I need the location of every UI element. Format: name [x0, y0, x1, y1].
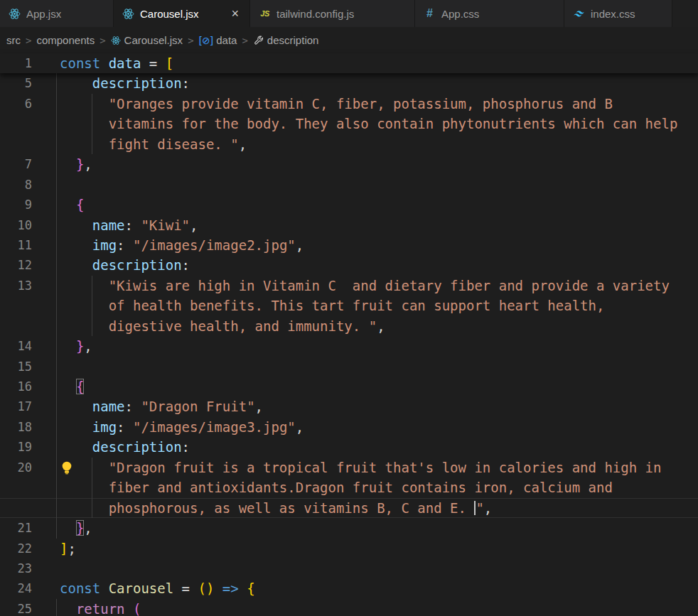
line-number[interactable]: 6: [0, 94, 44, 114]
code-line[interactable]: 12 description:: [0, 255, 698, 275]
code-text[interactable]: img: "/images/image3.jpg",: [44, 417, 698, 437]
line-number[interactable]: 8: [0, 175, 44, 195]
code-text[interactable]: "Kiwis are high in Vitamin C and dietary…: [44, 276, 698, 296]
code-line[interactable]: of health benefits. This tart fruit can …: [0, 296, 698, 315]
code-text[interactable]: description:: [44, 255, 698, 275]
code-line[interactable]: fight disease. ",: [0, 134, 698, 154]
line-number[interactable]: [0, 316, 44, 336]
code-line[interactable]: phosphorous, as well as vitamins B, C an…: [0, 498, 698, 518]
breadcrumb-item-carousel-jsx[interactable]: Carousel.jsx: [111, 34, 183, 46]
line-number[interactable]: 9: [0, 195, 44, 215]
code-text[interactable]: },: [44, 154, 698, 174]
code-text[interactable]: const Carousel = () => {: [44, 578, 698, 598]
code-text[interactable]: "Dragon fruit is a tropical fruit that's…: [44, 458, 698, 477]
code-line[interactable]: 19 description:: [0, 437, 698, 457]
code-line[interactable]: 14 },: [0, 336, 698, 356]
line-number[interactable]: [0, 134, 44, 154]
code-text[interactable]: "Oranges provide vitamin C, fiber, potas…: [44, 94, 698, 114]
line-number[interactable]: [0, 477, 44, 497]
line-number[interactable]: 15: [0, 357, 44, 377]
code-line[interactable]: 13 "Kiwis are high in Vitamin C and diet…: [0, 276, 698, 296]
line-number[interactable]: 16: [0, 377, 44, 396]
code-text[interactable]: {: [44, 377, 698, 396]
code-text[interactable]: fiber and antioxidants.Dragon fruit cont…: [44, 477, 698, 497]
breadcrumb-item-description[interactable]: description: [253, 34, 319, 46]
tab-carousel-jsx[interactable]: Carousel.jsx×: [114, 0, 250, 27]
lightbulb-icon[interactable]: [60, 460, 73, 475]
line-number[interactable]: 1: [0, 53, 44, 73]
code-text[interactable]: return (: [44, 599, 698, 616]
code-line[interactable]: 23: [0, 558, 698, 578]
line-number[interactable]: 13: [0, 276, 44, 296]
code-text[interactable]: phosphorous, as well as vitamins B, C an…: [44, 498, 698, 518]
sticky-scroll-line[interactable]: 1const data = [: [0, 53, 698, 73]
code-text[interactable]: description:: [44, 73, 698, 93]
code-text[interactable]: name: "Dragon Fruit",: [44, 396, 698, 416]
code-text[interactable]: vitamins for the body. They also contain…: [44, 114, 698, 134]
code-text[interactable]: fight disease. ",: [44, 134, 698, 154]
tab-tailwind-config-js[interactable]: JStailwind.config.js: [250, 0, 415, 27]
code-text[interactable]: digestive health, and immunity. ",: [44, 316, 698, 336]
code-line[interactable]: 24const Carousel = () => {: [0, 578, 698, 598]
code-editor[interactable]: 1const data = [5 description:6 "Oranges …: [0, 53, 698, 616]
code-line[interactable]: vitamins for the body. They also contain…: [0, 114, 698, 134]
code-line[interactable]: fiber and antioxidants.Dragon fruit cont…: [0, 477, 698, 497]
code-line[interactable]: 5 description:: [0, 73, 698, 93]
code-line[interactable]: digestive health, and immunity. ",: [0, 316, 698, 336]
code-line[interactable]: 21 },: [0, 518, 698, 538]
tab-app-jsx[interactable]: App.jsx: [0, 0, 114, 27]
line-number[interactable]: 10: [0, 215, 44, 235]
line-number[interactable]: 18: [0, 417, 44, 437]
line-number[interactable]: 7: [0, 154, 44, 174]
code-text[interactable]: [44, 175, 698, 195]
code-text[interactable]: },: [44, 518, 698, 538]
line-number[interactable]: 5: [0, 73, 44, 93]
line-number[interactable]: [0, 498, 44, 518]
code-line[interactable]: 9 {: [0, 195, 698, 215]
breadcrumb-item-components[interactable]: components: [36, 34, 95, 46]
code-line[interactable]: 10 name: "Kiwi",: [0, 215, 698, 235]
close-icon[interactable]: ×: [229, 6, 241, 21]
line-number[interactable]: 17: [0, 396, 44, 416]
line-number[interactable]: 23: [0, 558, 44, 578]
line-number[interactable]: 20: [0, 458, 44, 477]
indent-guide: [56, 477, 57, 497]
line-number[interactable]: [0, 114, 44, 134]
breadcrumb-item-src[interactable]: src: [6, 34, 21, 46]
tab-app-css[interactable]: #App.css: [415, 0, 564, 27]
line-number[interactable]: 22: [0, 539, 44, 558]
code-text[interactable]: {: [44, 195, 698, 215]
breadcrumb-item-data[interactable]: [⊘]data: [199, 34, 237, 46]
code-line[interactable]: 20 "Dragon fruit is a tropical fruit tha…: [0, 458, 698, 477]
react-icon: [9, 8, 21, 20]
line-number[interactable]: 24: [0, 578, 44, 598]
code-line[interactable]: 16 {: [0, 377, 698, 396]
code-text[interactable]: of health benefits. This tart fruit can …: [44, 296, 698, 315]
code-text[interactable]: },: [44, 336, 698, 356]
code-line[interactable]: 18 img: "/images/image3.jpg",: [0, 417, 698, 437]
tab-index-css[interactable]: index.css: [564, 0, 672, 27]
code-text[interactable]: description:: [44, 437, 698, 457]
code-text[interactable]: [44, 357, 698, 377]
code-text[interactable]: const data = [: [44, 53, 698, 73]
code-text[interactable]: img: "/images/image2.jpg",: [44, 235, 698, 255]
code-line[interactable]: 17 name: "Dragon Fruit",: [0, 396, 698, 416]
code-text[interactable]: ];: [44, 539, 698, 558]
code-line[interactable]: 8: [0, 175, 698, 195]
code-line[interactable]: 22];: [0, 539, 698, 558]
line-number[interactable]: 19: [0, 437, 44, 457]
line-number[interactable]: 12: [0, 255, 44, 275]
code-text[interactable]: name: "Kiwi",: [44, 215, 698, 235]
indent-guide: [56, 417, 57, 437]
code-line[interactable]: 7 },: [0, 154, 698, 174]
line-number[interactable]: 21: [0, 518, 44, 538]
code-line[interactable]: 11 img: "/images/image2.jpg",: [0, 235, 698, 255]
code-line[interactable]: 6 "Oranges provide vitamin C, fiber, pot…: [0, 94, 698, 114]
line-number[interactable]: 11: [0, 235, 44, 255]
code-line[interactable]: 25 return (: [0, 599, 698, 616]
code-line[interactable]: 15: [0, 357, 698, 377]
line-number[interactable]: 14: [0, 336, 44, 356]
code-text[interactable]: [44, 558, 698, 578]
line-number[interactable]: 25: [0, 599, 44, 616]
line-number[interactable]: [0, 296, 44, 315]
